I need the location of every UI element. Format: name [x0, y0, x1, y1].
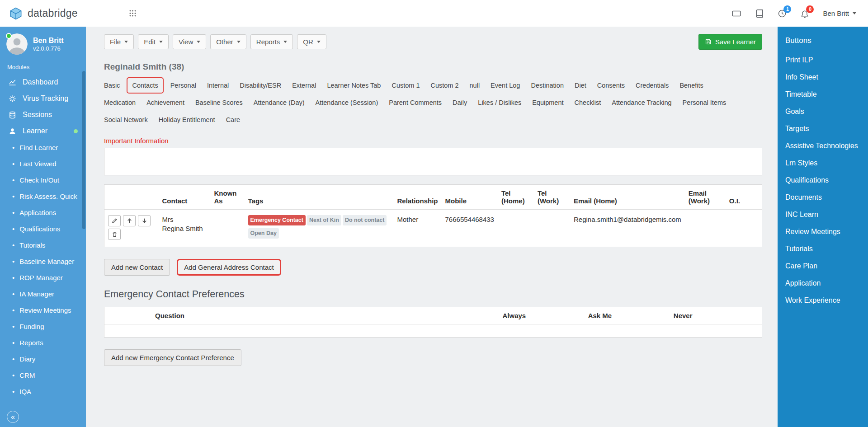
tab-attendance-day[interactable]: Attendance (Day)	[250, 94, 309, 111]
tab-achievement[interactable]: Achievement	[142, 94, 189, 111]
tab-event-log[interactable]: Event Log	[486, 77, 524, 94]
tab-attendance-session[interactable]: Attendance (Session)	[311, 94, 382, 111]
sidebar-item-virus-tracking[interactable]: Virus Tracking	[0, 90, 86, 107]
tab-contacts[interactable]: Contacts	[127, 77, 163, 94]
sidebar-item-check-in-out[interactable]: •Check In/Out	[0, 172, 86, 188]
view-menu-button[interactable]: View	[173, 34, 206, 49]
save-learner-button[interactable]: Save Learner	[698, 34, 762, 50]
tab-social-network[interactable]: Social Network	[100, 112, 152, 128]
sidebar-item-crm[interactable]: •CRM	[0, 367, 86, 383]
tab-basic[interactable]: Basic	[100, 77, 124, 94]
tab-null[interactable]: null	[466, 77, 484, 94]
other-menu-button[interactable]: Other	[210, 34, 246, 49]
avatar[interactable]	[6, 33, 28, 55]
contact-row: Mrs Regina Smith Emergency ContactNext o…	[104, 210, 762, 247]
sidebar-scrollbar[interactable]	[82, 71, 85, 229]
tab-learner-notes-tab[interactable]: Learner Notes Tab	[323, 77, 385, 94]
edit-contact-button[interactable]	[108, 215, 121, 226]
tab-medication[interactable]: Medication	[100, 94, 140, 111]
tab-care[interactable]: Care	[222, 112, 244, 128]
clock-icon[interactable]: 1	[778, 9, 787, 18]
tab-custom-2[interactable]: Custom 2	[426, 77, 462, 94]
panel-button-inc-learn[interactable]: INC Learn	[778, 206, 868, 223]
sidebar-item-ia-manager[interactable]: •IA Manager	[0, 286, 86, 302]
panel-button-lrn-styles[interactable]: Lrn Styles	[778, 154, 868, 171]
file-menu-button[interactable]: File	[104, 34, 134, 49]
tab-internal[interactable]: Internal	[203, 77, 233, 94]
move-contact-up-button[interactable]	[123, 215, 136, 226]
panel-button-application[interactable]: Application	[778, 274, 868, 291]
menu-label: Edit	[144, 38, 156, 46]
sidebar-item-baseline-manager[interactable]: •Baseline Manager	[0, 253, 86, 269]
delete-contact-button[interactable]	[108, 229, 121, 240]
tab-custom-1[interactable]: Custom 1	[387, 77, 424, 94]
top-header: databridge 1 0 Ben Britt	[0, 0, 868, 27]
panel-button-qualifications[interactable]: Qualifications	[778, 171, 868, 188]
add-new-contact-button[interactable]: Add new Contact	[104, 259, 170, 276]
tab-personal[interactable]: Personal	[166, 77, 200, 94]
panel-button-tutorials[interactable]: Tutorials	[778, 240, 868, 257]
panel-button-review-meetings[interactable]: Review Meetings	[778, 223, 868, 240]
tab-destination[interactable]: Destination	[527, 77, 568, 94]
tab-personal-items[interactable]: Personal Items	[679, 94, 731, 111]
tab-likes-dislikes[interactable]: Likes / Dislikes	[474, 94, 525, 111]
sidebar-item-diary[interactable]: •Diary	[0, 351, 86, 367]
tab-parent-comments[interactable]: Parent Comments	[385, 94, 446, 111]
column-header-email-home: Email (Home)	[570, 185, 685, 210]
panel-button-assistive-technologies[interactable]: Assistive Technologies	[778, 137, 868, 154]
panel-button-targets[interactable]: Targets	[778, 120, 868, 137]
panel-button-work-experience[interactable]: Work Experience	[778, 291, 868, 309]
tab-consents[interactable]: Consents	[593, 77, 629, 94]
sidebar-item-iqa[interactable]: •IQA	[0, 383, 86, 399]
apps-grid-icon[interactable]	[128, 9, 137, 18]
menu-label: View	[179, 38, 193, 46]
tab-disability-esr[interactable]: Disability/ESR	[236, 77, 285, 94]
sidebar-item-find-learner[interactable]: •Find Learner	[0, 139, 86, 155]
panel-button-print-ilp[interactable]: Print ILP	[778, 51, 868, 68]
sidebar-item-review-meetings[interactable]: •Review Meetings	[0, 302, 86, 318]
sidebar-item-reports[interactable]: •Reports	[0, 334, 86, 351]
collapse-sidebar-button[interactable]: «	[7, 411, 19, 423]
bullet-icon: •	[12, 291, 14, 297]
move-contact-down-button[interactable]	[138, 215, 151, 226]
sidebar-item-learner[interactable]: Learner	[0, 123, 86, 139]
add-emergency-preference-button[interactable]: Add new Emergency Contact Preference	[104, 349, 241, 366]
sidebar-item-funding[interactable]: •Funding	[0, 318, 86, 334]
tab-benefits[interactable]: Benefits	[675, 77, 707, 94]
sidebar-item-label: Tutorials	[19, 241, 45, 249]
user-menu[interactable]: Ben Britt	[823, 9, 856, 17]
sidebar-item-last-viewed[interactable]: •Last Viewed	[0, 155, 86, 172]
tab-checklist[interactable]: Checklist	[571, 94, 605, 111]
book-icon[interactable]	[755, 9, 764, 18]
important-information-box	[104, 148, 762, 175]
sidebar-item-applications[interactable]: •Applications	[0, 204, 86, 221]
display-icon[interactable]	[731, 9, 741, 19]
reports-menu-button[interactable]: Reports	[250, 34, 293, 49]
panel-button-info-sheet[interactable]: Info Sheet	[778, 68, 868, 85]
panel-button-timetable[interactable]: Timetable	[778, 85, 868, 103]
tab-attendance-tracking[interactable]: Attendance Tracking	[608, 94, 675, 111]
tab-diet[interactable]: Diet	[571, 77, 590, 94]
panel-button-care-plan[interactable]: Care Plan	[778, 257, 868, 274]
tab-equipment[interactable]: Equipment	[528, 94, 567, 111]
sidebar-item-dashboard[interactable]: Dashboard	[0, 74, 86, 90]
tabs-row-1: BasicContactsPersonalInternalDisability/…	[100, 77, 762, 94]
qr-menu-button[interactable]: QR	[297, 34, 326, 49]
sidebar-item-qualifications[interactable]: •Qualifications	[0, 221, 86, 237]
sidebar-item-risk-assess-quick[interactable]: •Risk Assess. Quick	[0, 188, 86, 204]
tab-external[interactable]: External	[288, 77, 320, 94]
edit-menu-button[interactable]: Edit	[138, 34, 169, 49]
panel-button-goals[interactable]: Goals	[778, 103, 868, 120]
sidebar-item-tutorials[interactable]: •Tutorials	[0, 237, 86, 253]
sidebar-item-sessions[interactable]: Sessions	[0, 107, 86, 123]
tab-holiday-entitlement[interactable]: Holiday Entitlement	[155, 112, 219, 128]
tab-baseline-scores[interactable]: Baseline Scores	[191, 94, 247, 111]
tab-daily[interactable]: Daily	[448, 94, 471, 111]
bell-icon[interactable]: 0	[800, 9, 809, 18]
panel-button-documents[interactable]: Documents	[778, 188, 868, 206]
sidebar-item-rop-manager[interactable]: •ROP Manager	[0, 269, 86, 286]
tab-credentials[interactable]: Credentials	[632, 77, 673, 94]
sidebar-item-label: Risk Assess. Quick	[19, 192, 77, 200]
menu-label: File	[110, 38, 121, 46]
add-general-address-contact-button[interactable]: Add General Address Contact	[177, 259, 281, 276]
